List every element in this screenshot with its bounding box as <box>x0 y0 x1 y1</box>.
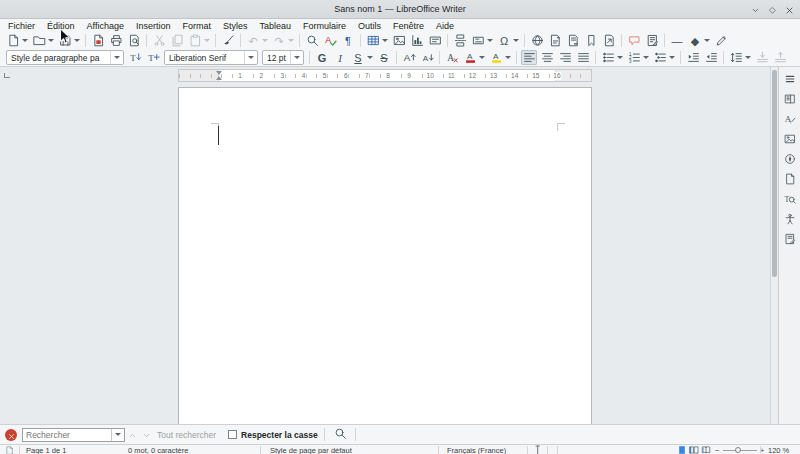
font-color-button[interactable]: A <box>462 50 486 65</box>
cut-button[interactable] <box>151 33 167 48</box>
dropdown-arrow-icon[interactable] <box>669 56 675 59</box>
dropdown-arrow-icon[interactable] <box>74 39 80 42</box>
menu-styles[interactable]: Styles <box>217 19 254 32</box>
bullet-list-button[interactable] <box>600 50 624 65</box>
decrease-indent-button[interactable] <box>703 50 719 65</box>
insert-text-box-button[interactable] <box>427 33 443 48</box>
insert-chart-button[interactable] <box>409 33 425 48</box>
title-bar[interactable]: Sans nom 1 — LibreOffice Writer <box>0 0 800 19</box>
dropdown-arrow-icon[interactable] <box>262 39 268 42</box>
zoom-out-icon[interactable]: − <box>712 446 723 454</box>
dropdown-arrow-icon[interactable] <box>382 39 388 42</box>
font-size-combobox[interactable]: 12 pt <box>262 50 304 65</box>
italic-button[interactable]: I <box>332 50 348 65</box>
sidebar-tab-style-inspector[interactable]: T <box>783 193 797 207</box>
increase-paragraph-spacing-button[interactable] <box>754 50 770 65</box>
menu-formulaire[interactable]: Formulaire <box>297 19 352 32</box>
dropdown-arrow-icon[interactable] <box>505 56 511 59</box>
dropdown-arrow-icon[interactable] <box>367 56 373 59</box>
dropdown-arrow-icon[interactable] <box>704 39 710 42</box>
maximize-button[interactable] <box>766 3 779 16</box>
open-button[interactable] <box>31 33 55 48</box>
menu-affichage[interactable]: Affichage <box>81 19 130 32</box>
checkbox[interactable] <box>228 430 237 439</box>
increase-font-size-button[interactable]: A <box>401 50 417 65</box>
search-input[interactable] <box>23 429 111 441</box>
print-button[interactable] <box>108 33 124 48</box>
close-find-bar-button[interactable] <box>5 429 17 441</box>
align-right-button[interactable] <box>557 50 573 65</box>
insert-image-button[interactable] <box>391 33 407 48</box>
find-next-button[interactable] <box>139 428 153 442</box>
dropdown-arrow-icon[interactable] <box>479 56 485 59</box>
highlight-color-button[interactable]: A <box>488 50 512 65</box>
word-count[interactable]: 0 mot, 0 caractère <box>128 445 188 454</box>
insert-page-break-button[interactable] <box>452 33 468 48</box>
insert-hyperlink-button[interactable] <box>529 33 545 48</box>
font-name-combobox[interactable]: Liberation Serif <box>164 50 258 65</box>
track-changes-button[interactable] <box>644 33 660 48</box>
strikethrough-button[interactable]: S <box>376 50 392 65</box>
justify-button[interactable] <box>575 50 591 65</box>
dropdown-arrow-icon[interactable] <box>22 39 28 42</box>
insert-special-character-button[interactable]: Ω <box>496 33 520 48</box>
align-left-button[interactable] <box>521 50 537 65</box>
insert-endnote-button[interactable] <box>565 33 581 48</box>
increase-indent-button[interactable] <box>685 50 701 65</box>
update-style-button[interactable]: T <box>127 50 143 65</box>
tab-stop-type-icon[interactable] <box>4 73 10 78</box>
decrease-paragraph-spacing-button[interactable] <box>772 50 788 65</box>
menu-insertion[interactable]: Insertion <box>130 19 177 32</box>
first-line-indent-marker[interactable] <box>216 71 222 75</box>
dropdown-arrow-icon[interactable] <box>643 56 649 59</box>
new-style-button[interactable]: T <box>145 50 161 65</box>
sidebar-tab-accessibility-check[interactable] <box>783 213 797 227</box>
dropdown-arrow-icon[interactable] <box>745 56 751 59</box>
insert-table-button[interactable] <box>365 33 389 48</box>
vertical-scrollbar[interactable] <box>770 67 777 424</box>
sidebar-tab-manage-changes[interactable] <box>783 233 797 247</box>
save-status-icon[interactable] <box>5 445 14 454</box>
menu-fenetre[interactable]: Fenêtre <box>387 19 430 32</box>
book-view-button[interactable] <box>700 445 712 454</box>
sidebar-tab-sidebar-settings[interactable] <box>783 73 797 87</box>
chevron-down-icon[interactable] <box>111 429 124 441</box>
scrollbar-thumb[interactable] <box>772 70 777 277</box>
menu-format[interactable]: Format <box>176 19 217 32</box>
sidebar-tab-gallery[interactable] <box>783 133 797 147</box>
new-document-button[interactable] <box>5 33 29 48</box>
menu-fichier[interactable]: Fichier <box>2 19 41 32</box>
align-center-button[interactable] <box>539 50 555 65</box>
sidebar-tab-properties[interactable] <box>783 93 797 107</box>
page-count[interactable]: Page 1 de 1 <box>26 445 66 454</box>
clear-formatting-button[interactable]: A <box>444 50 460 65</box>
chevron-down-icon[interactable] <box>244 51 257 64</box>
dropdown-arrow-icon[interactable] <box>288 39 294 42</box>
show-draw-functions-button[interactable] <box>713 33 729 48</box>
left-indent-marker[interactable] <box>216 76 222 80</box>
find-and-replace-button[interactable] <box>333 427 349 442</box>
find-previous-button[interactable] <box>125 428 139 442</box>
dropdown-arrow-icon[interactable] <box>617 56 623 59</box>
outline-list-button[interactable] <box>652 50 676 65</box>
line-spacing-button[interactable] <box>728 50 752 65</box>
zoom-level[interactable]: 120 % <box>768 445 789 454</box>
sidebar-tab-navigator[interactable] <box>783 153 797 167</box>
print-preview-button[interactable] <box>126 33 142 48</box>
chevron-down-icon[interactable] <box>290 51 303 64</box>
insert-comment-button[interactable] <box>626 33 642 48</box>
dropdown-arrow-icon[interactable] <box>513 39 519 42</box>
spelling-button[interactable]: A <box>322 33 338 48</box>
zoom-slider-thumb[interactable] <box>735 447 741 453</box>
close-button[interactable] <box>783 3 796 16</box>
sidebar-tab-page[interactable] <box>783 173 797 187</box>
basic-shapes-button[interactable]: ◆ <box>687 33 711 48</box>
selection-mode-icon[interactable] <box>532 445 545 454</box>
paragraph-style-combobox[interactable]: Style de paragraphe pa <box>6 50 124 65</box>
undo-button[interactable]: ↶ <box>245 33 269 48</box>
find-all-button[interactable]: Tout rechercher <box>157 430 216 440</box>
insert-bookmark-button[interactable] <box>583 33 599 48</box>
clone-formatting-button[interactable] <box>220 33 236 48</box>
copy-button[interactable] <box>169 33 185 48</box>
sidebar-tab-styles[interactable]: A <box>783 113 797 127</box>
